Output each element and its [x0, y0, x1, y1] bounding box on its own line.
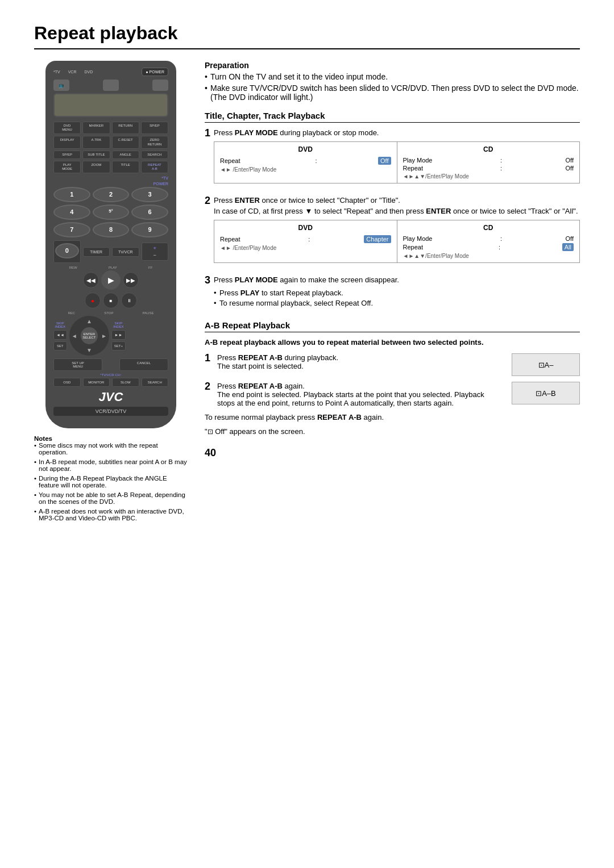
skip-left-btn[interactable]: ◄◄ — [53, 330, 67, 340]
skip-index-right-label: SKIPINDEX — [111, 322, 126, 328]
step3-bullet-1: • Press PLAY to start Repeat playback. — [214, 289, 580, 297]
dpad-left-btn[interactable]: ◄ — [72, 333, 77, 339]
minus-vol-btn[interactable]: − — [143, 252, 167, 258]
ab-step1-text: Press REPEAT A-B during playback. The st… — [217, 353, 500, 370]
setup-cancel-row: SET UPMENU CANCEL — [53, 358, 168, 371]
num-4-btn[interactable]: 4 — [53, 205, 90, 220]
step1-text: Press PLAY MODE during playback or stop … — [214, 128, 580, 188]
rew-btn[interactable]: ◀◀ — [83, 272, 99, 288]
display-btn[interactable]: DISPLAY — [53, 136, 81, 148]
tv-vcr-btn[interactable]: TV/VCR — [112, 247, 139, 257]
cd-nav-2: ◄►▲▼/Enter/Play Mode — [403, 253, 574, 259]
ab-step2-num: 2 — [205, 381, 210, 393]
dpad-down-btn[interactable]: ▼ — [86, 347, 92, 353]
prep-item-1: Turn ON the TV and set it to the video i… — [205, 72, 580, 81]
num-6-btn[interactable]: 6 — [131, 205, 168, 220]
skip-right-btn[interactable]: ►► — [111, 330, 126, 340]
play-btn[interactable]: ▶ — [101, 270, 121, 290]
dpad-up-btn[interactable]: ▲ — [86, 318, 92, 324]
tv-label: *TV — [53, 176, 168, 180]
setup-menu-btn[interactable]: SET UPMENU — [53, 358, 102, 371]
a-trk-btn[interactable]: A.TRK — [82, 136, 110, 148]
num-0-btn[interactable]: 0 — [55, 243, 79, 258]
ab-step2-text: Press REPEAT A-B again. The end point is… — [217, 382, 500, 407]
right-column: Preparation Turn ON the TV and set it to… — [205, 61, 580, 524]
set-left-btn[interactable]: SET — [53, 341, 67, 350]
dvd-panel-1: DVD Repeat : Off ◄► /Enter/Play Mode — [214, 142, 397, 183]
num-9-btn[interactable]: 9 — [131, 222, 168, 237]
search-btn[interactable]: SEARCH — [141, 151, 168, 159]
return-btn[interactable]: RETURN — [112, 122, 139, 134]
nav-section: SKIPINDEX ◄◄ SET ▲ ◄ ENTERSELECT ► ▼ SKI… — [53, 316, 168, 356]
ab-step1-num: 1 — [205, 352, 210, 364]
step3-bullets: • Press PLAY to start Repeat playback. •… — [214, 289, 580, 307]
transport-labels: REW PLAY FF — [53, 266, 168, 269]
title-btn[interactable]: TITLE — [112, 161, 139, 173]
sp-ep-btn[interactable]: SP/EP — [141, 122, 168, 134]
number-buttons: 1 2 3 4 5° 6 7 8 9 — [53, 187, 168, 237]
dvd-panel-2: DVD Repeat : Chapter ◄► /Enter/Play Mode — [214, 220, 397, 262]
repeat-ab-btn[interactable]: REPEATA·B — [141, 161, 168, 173]
marker-btn[interactable]: MARKER — [82, 122, 110, 134]
plus-vol-btn[interactable]: + — [143, 245, 167, 251]
tv-vcr-ch-label: *TV/VCR CH↑ — [53, 373, 168, 377]
tv-button[interactable]: 📺 — [53, 80, 69, 91]
timer-btn[interactable]: TIMER — [83, 247, 110, 257]
num-1-btn[interactable]: 1 — [53, 187, 90, 202]
num-8-btn[interactable]: 8 — [93, 222, 130, 237]
zoom-btn[interactable]: ZOOM — [82, 161, 110, 173]
dvd-button[interactable] — [152, 80, 168, 91]
num-2-btn[interactable]: 2 — [93, 187, 130, 202]
vcr-button[interactable] — [103, 80, 119, 91]
page-title: Repeat playback — [34, 23, 580, 49]
step3-bullet-2: • To resume normal playback, select Repe… — [214, 299, 580, 307]
prep-item-2: Make sure TV/VCR/DVD switch has been sli… — [205, 84, 580, 102]
step1: 1 Press PLAY MODE during playback or sto… — [205, 128, 580, 188]
notes-heading: Notes — [34, 435, 52, 442]
monitor-btn[interactable]: MONITOR — [83, 378, 110, 387]
step3-text: Press PLAY MODE again to make the screen… — [214, 276, 580, 309]
dvd-menu-btn[interactable]: DVDMENU — [53, 122, 81, 134]
page-number: 40 — [205, 447, 580, 459]
zero-return-btn[interactable]: ZERORETURN — [141, 136, 168, 148]
pause-btn[interactable]: ⏸ — [121, 293, 137, 308]
cancel-btn[interactable]: CANCEL — [119, 358, 168, 371]
c-reset-btn[interactable]: C.RESET — [112, 136, 139, 148]
skip-left-col: SKIPINDEX ◄◄ SET — [53, 322, 67, 350]
dvd-nav-1: ◄► /Enter/Play Mode — [220, 166, 391, 173]
sub-title-btn[interactable]: SUB TITLE — [82, 151, 110, 159]
note-3: During the A-B Repeat Playback the ANGLE… — [34, 475, 188, 489]
dvd-header-2: DVD — [220, 224, 391, 232]
rec-stop-labels: REC STOP PAUSE — [53, 311, 168, 315]
dpad-center-btn[interactable]: ENTERSELECT — [81, 327, 98, 344]
skip-right-col: SKIPINDEX ►► SET+ — [111, 322, 126, 350]
note-4: You may not be able to set A-B Repeat, d… — [34, 491, 188, 505]
num-3-btn[interactable]: 3 — [131, 187, 168, 202]
skip-index-left-label: SKIPINDEX — [53, 322, 67, 328]
set-right-btn[interactable]: SET+ — [111, 341, 126, 350]
dvd-cd-table-1: DVD Repeat : Off ◄► /Enter/Play Mode CD — [214, 141, 580, 183]
cd-header-1: CD — [403, 145, 574, 153]
angle-btn[interactable]: ANGLE — [112, 151, 139, 159]
sp-ep2-btn[interactable]: SP/EP — [53, 151, 81, 159]
rec-stop-row: ● ■ ⏸ — [53, 293, 168, 308]
osd-btn[interactable]: OSD — [53, 378, 81, 387]
jvc-logo: JVC — [53, 390, 168, 404]
num-5-btn[interactable]: 5° — [93, 205, 130, 220]
stop-btn[interactable]: ■ — [103, 293, 119, 308]
search2-btn[interactable]: SEARCH — [142, 378, 169, 387]
cd-panel-1: CD Play Mode : Off Repeat : Off — [397, 142, 580, 183]
power-button[interactable]: ● POWER — [142, 68, 168, 76]
ff-btn[interactable]: ▶▶ — [123, 272, 139, 288]
step3-num: 3 — [205, 274, 210, 286]
play-mode-btn[interactable]: PLAYMODE — [53, 161, 81, 173]
rec-btn[interactable]: ● — [85, 293, 101, 308]
step3: 3 Press PLAY MODE again to make the scre… — [205, 276, 580, 309]
num-7-btn[interactable]: 7 — [53, 222, 90, 237]
dpad-right-btn[interactable]: ► — [101, 333, 107, 339]
transport-row: ◀◀ ▶ ▶▶ — [53, 270, 168, 290]
plus-minus-col: + − — [142, 243, 169, 261]
step2: 2 Press ENTER once or twice to select "C… — [205, 196, 580, 268]
vcr-dvd-tv-label: VCR/DVD/TV — [53, 407, 168, 416]
slow-btn[interactable]: SLOW — [112, 378, 139, 387]
